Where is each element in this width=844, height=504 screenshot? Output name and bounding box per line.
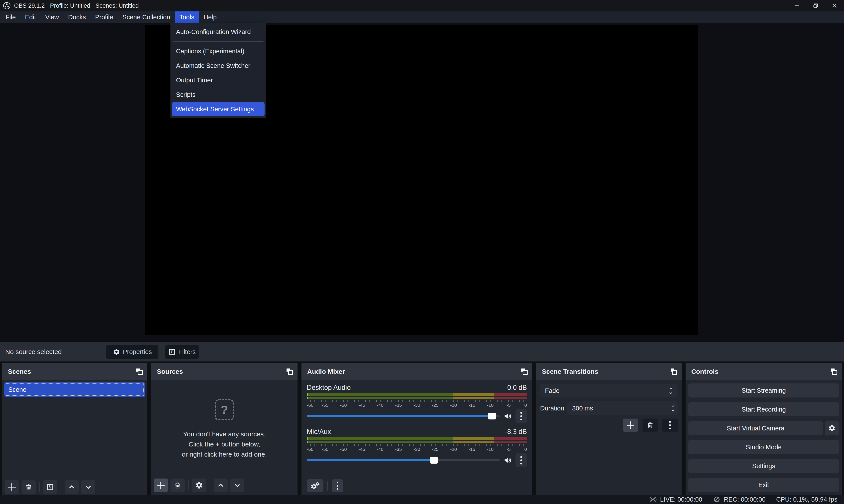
add-source-button[interactable] bbox=[154, 479, 168, 492]
scene-list-item[interactable]: Scene bbox=[4, 382, 145, 397]
restore-button[interactable] bbox=[806, 0, 825, 12]
popout-icon[interactable] bbox=[830, 368, 838, 375]
scene-transitions-panel: Scene Transitions Fade Duration bbox=[536, 363, 682, 495]
start-streaming-button[interactable]: Start Streaming bbox=[688, 383, 839, 397]
tools-menu-item-auto-configuration-wizard[interactable]: Auto-Configuration Wizard bbox=[171, 24, 266, 39]
source-toolbar: No source selected Properties Filters bbox=[0, 342, 844, 361]
volume-meter: -60 -55 -50 -45 -40 -35 -30 -25 -20 -15 bbox=[307, 393, 527, 408]
meter-scale-labels: -60 -55 -50 -45 -40 -35 -30 -25 -20 -15 bbox=[307, 446, 527, 452]
volume-slider[interactable] bbox=[307, 455, 500, 465]
restore-icon bbox=[812, 2, 819, 9]
channel-name: Mic/Aux bbox=[307, 428, 331, 436]
chevron-down-icon bbox=[668, 391, 673, 395]
move-scene-up-button[interactable] bbox=[65, 480, 79, 494]
rec-time: REC: 00:00:00 bbox=[724, 496, 766, 503]
virtual-camera-settings-button[interactable] bbox=[825, 421, 839, 435]
menu-item-view[interactable]: View bbox=[41, 12, 64, 23]
popout-icon[interactable] bbox=[670, 368, 677, 375]
transition-actions bbox=[540, 418, 678, 432]
mixer-toolbar bbox=[307, 480, 343, 492]
speaker-icon[interactable] bbox=[503, 456, 512, 465]
chevron-up-icon bbox=[668, 386, 673, 391]
plus-icon bbox=[157, 482, 164, 489]
menu-item-profile[interactable]: Profile bbox=[90, 12, 118, 23]
gear-icon bbox=[195, 481, 203, 489]
chevron-up-icon bbox=[671, 404, 675, 408]
volume-slider-handle[interactable] bbox=[488, 413, 496, 419]
move-source-up-button[interactable] bbox=[214, 479, 228, 492]
move-source-down-button[interactable] bbox=[230, 479, 244, 492]
filters-button[interactable]: Filters bbox=[165, 345, 199, 359]
meter-tick-marks bbox=[307, 444, 527, 446]
start-recording-button[interactable]: Start Recording bbox=[688, 402, 839, 416]
speaker-icon[interactable] bbox=[503, 412, 512, 420]
menu-separator bbox=[173, 41, 263, 42]
scenes-toolbar bbox=[5, 480, 95, 494]
popout-icon[interactable] bbox=[521, 368, 528, 375]
menu-item-docks[interactable]: Docks bbox=[64, 12, 90, 23]
move-scene-down-button[interactable] bbox=[81, 480, 95, 494]
exit-button[interactable]: Exit bbox=[688, 478, 839, 492]
add-transition-button[interactable] bbox=[623, 418, 638, 432]
popout-icon[interactable] bbox=[286, 368, 293, 375]
transition-select-value: Fade bbox=[545, 387, 560, 394]
menu-item-file[interactable]: File bbox=[1, 12, 20, 23]
mixer-options-button[interactable] bbox=[332, 480, 343, 492]
minimize-icon bbox=[793, 2, 800, 9]
scale-label: -45 bbox=[358, 447, 365, 452]
start-virtual-camera-button[interactable]: Start Virtual Camera bbox=[688, 421, 823, 435]
transition-select[interactable]: Fade bbox=[540, 384, 678, 397]
chevron-down-icon bbox=[84, 483, 92, 491]
close-button[interactable] bbox=[825, 0, 844, 12]
volume-slider-handle[interactable] bbox=[430, 457, 438, 464]
volume-slider[interactable] bbox=[307, 411, 500, 421]
tools-menu-item-captions[interactable]: Captions (Experimental) bbox=[171, 44, 266, 58]
sources-panel-title: Sources bbox=[157, 368, 183, 375]
tools-menu-item-websocket-server-settings[interactable]: WebSocket Server Settings bbox=[172, 102, 265, 116]
scale-label: -15 bbox=[469, 402, 475, 408]
transition-options-button[interactable] bbox=[662, 418, 678, 432]
properties-button[interactable]: Properties bbox=[106, 345, 158, 359]
menu-item-edit[interactable]: Edit bbox=[20, 12, 41, 23]
remove-source-button[interactable] bbox=[171, 479, 184, 492]
broadcast-off-icon bbox=[649, 496, 657, 503]
window-title: OBS 29.1.2 - Profile: Untitled - Scenes:… bbox=[14, 2, 139, 9]
minimize-button[interactable] bbox=[787, 0, 806, 12]
tools-menu: Auto-Configuration Wizard Captions (Expe… bbox=[171, 23, 266, 118]
window-controls bbox=[787, 0, 844, 12]
advanced-audio-properties-button[interactable] bbox=[307, 480, 323, 492]
dock-row: Scenes Scene bbox=[0, 363, 844, 495]
scene-filters-button[interactable] bbox=[43, 480, 57, 494]
scale-label: -20 bbox=[450, 402, 457, 408]
duration-input[interactable]: 300 ms bbox=[567, 401, 678, 415]
channel-options-button[interactable] bbox=[515, 453, 527, 467]
menu-item-help[interactable]: Help bbox=[199, 12, 221, 23]
sources-panel-header: Sources bbox=[151, 363, 298, 380]
select-spinner[interactable] bbox=[664, 384, 678, 397]
add-scene-button[interactable] bbox=[5, 480, 19, 494]
duration-label: Duration bbox=[540, 405, 564, 412]
tools-menu-item-output-timer[interactable]: Output Timer bbox=[171, 73, 266, 87]
source-properties-button[interactable] bbox=[192, 479, 206, 492]
menu-item-tools[interactable]: Tools bbox=[175, 12, 199, 23]
double-gear-icon bbox=[310, 482, 320, 490]
settings-button[interactable]: Settings bbox=[688, 459, 839, 473]
duration-spinner[interactable] bbox=[671, 401, 675, 415]
scale-label: -40 bbox=[377, 402, 384, 408]
popout-icon[interactable] bbox=[136, 368, 143, 375]
remove-transition-button[interactable] bbox=[643, 418, 658, 432]
cpu-status: CPU: 0.1%, 59.94 fps bbox=[776, 496, 838, 503]
kebab-menu-icon bbox=[669, 421, 671, 429]
toolbar-separator bbox=[39, 482, 39, 492]
kebab-menu-icon bbox=[520, 456, 522, 465]
menu-item-scene-collection[interactable]: Scene Collection bbox=[118, 12, 175, 23]
empty-state-line: or right click here to add one. bbox=[151, 449, 298, 460]
tools-menu-item-automatic-scene-switcher[interactable]: Automatic Scene Switcher bbox=[171, 58, 266, 73]
channel-options-button[interactable] bbox=[515, 409, 527, 423]
remove-scene-button[interactable] bbox=[21, 480, 36, 494]
studio-mode-button[interactable]: Studio Mode bbox=[688, 440, 839, 454]
plus-icon bbox=[8, 483, 16, 491]
empty-state-line: Click the + button below, bbox=[151, 439, 298, 449]
sources-panel: Sources You don't have any sources. Clic… bbox=[151, 363, 298, 495]
tools-menu-item-scripts[interactable]: Scripts bbox=[171, 87, 266, 102]
